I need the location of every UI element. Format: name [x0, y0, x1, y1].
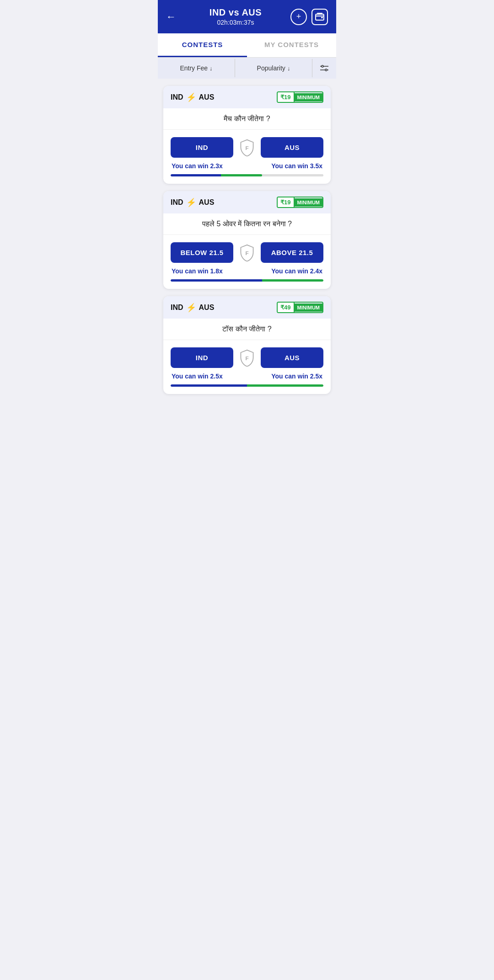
contest-card-2-header: IND ⚡ AUS ₹19 MINIMUM	[163, 191, 331, 213]
contest-1-options-row: IND F AUS	[171, 137, 323, 158]
contest-3-option-aus[interactable]: AUS	[261, 347, 323, 368]
filter-settings-icon	[319, 63, 329, 73]
match-title: IND vs AUS	[181, 7, 290, 18]
lightning-icon-1: ⚡	[186, 92, 196, 102]
contest-2-progress-fill	[171, 279, 323, 282]
vs-shield-1: F	[237, 138, 257, 158]
contest-card-1-match: IND ⚡ AUS	[171, 92, 214, 102]
vs-shield-2: F	[237, 243, 257, 263]
contest-2-ind: IND	[171, 198, 183, 207]
contest-3-options-row: IND F AUS	[171, 347, 323, 368]
match-timer: 02h:03m:37s	[181, 19, 290, 26]
wallet-button[interactable]	[311, 9, 328, 25]
contest-2-min-amount: ₹19	[278, 197, 294, 207]
contest-1-progress-bar	[171, 174, 323, 176]
lightning-icon-2: ⚡	[186, 197, 196, 208]
contest-2-options-row: BELOW 21.5 F ABOVE 21.5	[171, 242, 323, 263]
contest-3-min-label: MINIMUM	[295, 304, 323, 312]
popularity-arrow: ↓	[287, 65, 290, 72]
tab-my-contests[interactable]: MY CONTESTS	[247, 33, 336, 57]
app-header: ← IND vs AUS 02h:03m:37s +	[158, 0, 336, 33]
contest-card-2: IND ⚡ AUS ₹19 MINIMUM पहले 5 ओवर में कित…	[163, 191, 331, 289]
entry-fee-filter[interactable]: Entry Fee ↓	[158, 59, 235, 77]
contest-3-aus: AUS	[199, 304, 215, 312]
contest-card-3-match: IND ⚡ AUS	[171, 303, 214, 313]
settings-filter[interactable]	[312, 58, 336, 79]
vs-shield-3: F	[237, 348, 257, 368]
contest-1-win-left: You can win 2.3x	[172, 162, 223, 170]
contest-1-min-label: MINIMUM	[295, 93, 323, 101]
contest-1-min-amount: ₹19	[278, 92, 294, 102]
popularity-filter[interactable]: Popularity ↓	[235, 59, 312, 77]
contest-1-win-right: You can win 3.5x	[271, 162, 322, 170]
contests-list: IND ⚡ AUS ₹19 MINIMUM मैच कौन जीतेगा ? I…	[158, 79, 336, 401]
contest-1-aus: AUS	[199, 93, 215, 101]
tab-contests[interactable]: CONTESTS	[158, 33, 247, 57]
contest-3-win-row: You can win 2.5x You can win 2.5x	[171, 373, 323, 380]
contest-3-win-left: You can win 2.5x	[172, 373, 223, 380]
filter-bar: Entry Fee ↓ Popularity ↓	[158, 58, 336, 79]
add-contest-button[interactable]: +	[290, 9, 307, 25]
back-button[interactable]: ←	[166, 11, 176, 23]
contest-1-option-ind[interactable]: IND	[171, 137, 233, 158]
svg-text:F: F	[245, 355, 248, 361]
contest-2-option-below[interactable]: BELOW 21.5	[171, 242, 233, 263]
contest-3-options: IND F AUS You can win 2.5x You can win 2…	[163, 340, 331, 394]
contest-2-win-right: You can win 2.4x	[271, 267, 322, 275]
contest-3-min-amount: ₹49	[278, 303, 294, 312]
contest-3-ind: IND	[171, 304, 183, 312]
svg-point-2	[322, 65, 323, 67]
contest-card-3: IND ⚡ AUS ₹49 MINIMUM टॉस कौन जीतेगा ? I…	[163, 296, 331, 394]
contest-1-progress-fill	[171, 174, 262, 176]
contest-1-win-row: You can win 2.3x You can win 3.5x	[171, 162, 323, 170]
contest-card-1-header: IND ⚡ AUS ₹19 MINIMUM	[163, 86, 331, 108]
contest-1-ind: IND	[171, 93, 183, 101]
entry-fee-label: Entry Fee	[180, 64, 208, 72]
svg-text:F: F	[245, 144, 248, 150]
popularity-label: Popularity	[257, 64, 285, 72]
contest-card-1: IND ⚡ AUS ₹19 MINIMUM मैच कौन जीतेगा ? I…	[163, 86, 331, 184]
contest-2-option-above[interactable]: ABOVE 21.5	[261, 242, 323, 263]
contest-3-win-right: You can win 2.5x	[271, 373, 322, 380]
header-icons: +	[290, 9, 328, 25]
header-title-block: IND vs AUS 02h:03m:37s	[181, 7, 290, 26]
contest-2-win-row: You can win 1.8x You can win 2.4x	[171, 267, 323, 275]
entry-fee-arrow: ↓	[209, 65, 213, 72]
contest-1-min-badge: ₹19 MINIMUM	[277, 91, 323, 103]
contest-1-option-aus[interactable]: AUS	[261, 137, 323, 158]
lightning-icon-3: ⚡	[186, 303, 196, 313]
contest-2-question: पहले 5 ओवर में कितना रन बनेगा ?	[163, 213, 331, 235]
contest-2-progress-bar	[171, 279, 323, 282]
plus-icon: +	[296, 12, 301, 21]
svg-point-5	[325, 69, 327, 71]
contest-card-2-match: IND ⚡ AUS	[171, 197, 214, 208]
svg-rect-1	[321, 17, 323, 18]
wallet-icon	[315, 13, 324, 21]
contest-1-question: मैच कौन जीतेगा ?	[163, 108, 331, 130]
contest-2-aus: AUS	[199, 198, 215, 207]
svg-text:F: F	[245, 250, 248, 256]
contest-1-options: IND F AUS You can win 2.3x You can win 3…	[163, 130, 331, 184]
contest-3-question: टॉस कौन जीतेगा ?	[163, 319, 331, 340]
contest-3-min-badge: ₹49 MINIMUM	[277, 302, 323, 313]
contest-2-win-left: You can win 1.8x	[172, 267, 223, 275]
contest-2-min-label: MINIMUM	[295, 198, 323, 207]
contest-card-3-header: IND ⚡ AUS ₹49 MINIMUM	[163, 296, 331, 319]
contest-2-options: BELOW 21.5 F ABOVE 21.5 You can win 1.8x…	[163, 235, 331, 289]
contest-2-min-badge: ₹19 MINIMUM	[277, 197, 323, 208]
contest-3-progress-bar	[171, 384, 323, 387]
contest-3-progress-fill	[171, 384, 323, 387]
tab-bar: CONTESTS MY CONTESTS	[158, 33, 336, 58]
contest-3-option-ind[interactable]: IND	[171, 347, 233, 368]
